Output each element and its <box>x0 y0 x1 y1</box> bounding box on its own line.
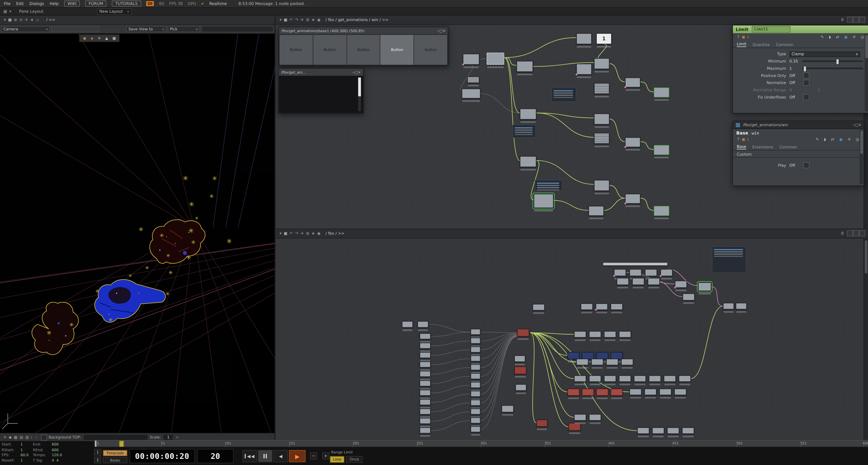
graph-node[interactable] <box>567 352 580 359</box>
graph-node[interactable] <box>589 414 601 421</box>
close-button[interactable]: ✕ <box>858 123 861 127</box>
info-icon[interactable]: i <box>747 137 749 142</box>
scrollbar-thumb[interactable] <box>860 131 863 154</box>
graph-node[interactable] <box>604 375 616 382</box>
graph-node[interactable] <box>648 278 660 285</box>
graph-node[interactable] <box>517 329 529 337</box>
scrollbar-thumb[interactable] <box>358 78 361 96</box>
background-toggle[interactable] <box>41 434 47 440</box>
list-icon[interactable]: ▤ <box>20 435 23 440</box>
more-icon[interactable]: ⋮ <box>34 435 38 440</box>
pause-button[interactable] <box>258 450 273 462</box>
graph-node[interactable] <box>588 206 604 216</box>
undo-icon[interactable]: ↶ <box>290 231 293 236</box>
swap-icon[interactable]: ⇄ <box>836 35 839 39</box>
save-view-select[interactable]: Save View to ▾ <box>126 26 166 32</box>
graph-node[interactable] <box>420 409 431 415</box>
toggle-box[interactable] <box>803 94 809 100</box>
pivot-icon[interactable]: ◆ <box>9 435 11 440</box>
panel-button-5[interactable]: Button <box>414 35 447 65</box>
graph-node[interactable] <box>617 278 629 285</box>
graph-node[interactable] <box>667 427 679 434</box>
graph-node[interactable] <box>682 293 695 301</box>
edit-icon[interactable]: ✎ <box>816 137 819 142</box>
win-tab-extensions[interactable]: Extensions <box>752 145 773 150</box>
graph-node[interactable] <box>535 180 562 191</box>
network-top-path[interactable]: / fbx / get_animations / win / >> <box>326 18 389 22</box>
graph-node[interactable] <box>582 352 594 359</box>
param-value[interactable]: Off <box>789 95 799 99</box>
graph-node[interactable] <box>611 303 623 310</box>
graph-node[interactable] <box>420 371 431 377</box>
param-value[interactable]: 0.35 <box>789 59 799 63</box>
graph-node[interactable] <box>420 418 431 424</box>
graph-node[interactable] <box>470 382 480 388</box>
graph-node[interactable] <box>594 133 609 144</box>
graph-node[interactable] <box>664 375 676 382</box>
graph-node[interactable] <box>462 89 480 98</box>
graph-node[interactable] <box>420 362 431 368</box>
graph-node[interactable] <box>470 329 480 335</box>
graph-node[interactable]: 1 <box>596 33 612 44</box>
graph-node[interactable] <box>649 375 661 382</box>
maximize-button[interactable]: □ <box>855 123 858 127</box>
scrollbar-thumb[interactable] <box>865 35 868 58</box>
limit-titlebar[interactable]: Limit limit1 <box>733 25 868 33</box>
graph-node[interactable] <box>674 389 687 395</box>
ring-icon[interactable]: ◎ <box>861 35 864 39</box>
language-icon[interactable]: ◉ <box>839 137 843 142</box>
step-forward-button[interactable]: + <box>322 452 329 460</box>
viewport-extra-field[interactable] <box>202 26 274 32</box>
step-size-spinner[interactable]: 1 <box>94 449 101 456</box>
network-bottom-scrollbar[interactable] <box>864 238 868 440</box>
info-icon[interactable]: i <box>31 435 32 440</box>
toggle-box[interactable] <box>803 162 809 168</box>
graph-node[interactable] <box>723 303 734 309</box>
graph-node[interactable] <box>470 373 480 379</box>
graph-node[interactable] <box>551 87 576 102</box>
add-node-icon[interactable]: ✛ <box>301 231 304 236</box>
grid-snap-icon[interactable]: ⊞ <box>306 18 309 22</box>
realtime-toggle[interactable]: Realtime <box>209 1 227 6</box>
graph-node[interactable] <box>576 33 592 44</box>
graph-node[interactable] <box>470 409 480 415</box>
field-value[interactable]: 4 4 <box>52 458 58 463</box>
graph-node[interactable] <box>536 420 548 427</box>
field-value[interactable]: 1 <box>21 458 23 463</box>
camera-target-field[interactable] <box>52 26 99 32</box>
graph-node[interactable] <box>574 331 586 338</box>
language-icon[interactable]: ◉ <box>844 35 847 39</box>
param-value[interactable]: Off <box>789 73 799 78</box>
node-color-icon[interactable]: ▣ <box>742 35 745 39</box>
range-start-marker[interactable] <box>95 440 96 447</box>
graph-node[interactable] <box>470 364 480 370</box>
graph-node[interactable] <box>515 384 526 391</box>
move-icon[interactable]: ✛ <box>3 435 6 440</box>
locate-icon[interactable]: ◉ <box>317 231 320 236</box>
locate-icon[interactable]: ◉ <box>317 18 320 22</box>
pane-grid-icon[interactable] <box>853 230 859 236</box>
win-tab-base[interactable]: Base <box>737 145 746 150</box>
limit-scrollbar[interactable] <box>865 34 868 111</box>
pane-split-icon[interactable]: ■ <box>284 231 287 236</box>
redo-icon[interactable]: ↷ <box>295 18 298 22</box>
loop-button[interactable]: Loop <box>330 456 344 463</box>
graph-node[interactable] <box>629 269 642 276</box>
graph-node[interactable] <box>576 359 588 365</box>
add-node-icon[interactable]: ✛ <box>301 18 304 22</box>
operator-name-field[interactable]: limit1 <box>751 26 790 33</box>
graph-node[interactable] <box>736 303 747 309</box>
add-icon[interactable]: ✛ <box>852 35 856 39</box>
graph-node[interactable] <box>619 331 631 338</box>
menu-item-help[interactable]: Help <box>50 1 59 6</box>
close-button[interactable]: ✕ <box>443 29 445 33</box>
graph-node[interactable] <box>625 194 640 204</box>
graph-node[interactable] <box>594 180 609 191</box>
graph-node[interactable] <box>517 61 533 72</box>
graph-node[interactable] <box>420 343 431 349</box>
window-titlebar[interactable]: /fbx/get_ani... ─□✕ <box>279 69 363 76</box>
window-titlebar[interactable]: /fbx/get_animations/base1 (400,300) (500… <box>279 27 448 35</box>
playhead[interactable] <box>119 440 124 447</box>
graph-node[interactable] <box>402 321 413 328</box>
graph-node[interactable] <box>606 359 618 365</box>
